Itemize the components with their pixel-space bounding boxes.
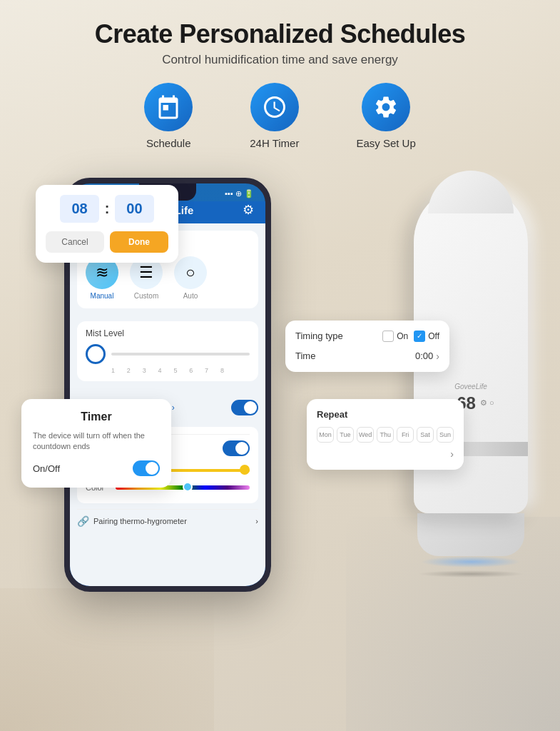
page-title: Create Personalized Schedules [0, 20, 560, 49]
humidifier-floor-shadow [417, 570, 524, 578]
mist-track [111, 353, 250, 356]
humidifier-glow [421, 556, 521, 568]
day-thu[interactable]: Thu [377, 427, 394, 443]
timer-card-description: The device will turn off when the countd… [33, 430, 160, 453]
mode-auto-btn[interactable]: ○ Auto [174, 256, 207, 300]
humidifier-device: GoveeLife ○ 68 ⚙ ○ [407, 185, 535, 585]
mode-custom-btn[interactable]: ☰ Custom [130, 256, 163, 300]
custom-label: Custom [134, 292, 158, 300]
pairing-label: Pairing thermo-hygrometer [93, 517, 187, 525]
day-wed[interactable]: Wed [357, 427, 374, 443]
timer-label: 24H Timer [250, 137, 299, 149]
time-label: Time [295, 351, 315, 361]
mist-numbers: 12345678 [86, 367, 250, 374]
off-checkbox[interactable]: ✓ [414, 331, 425, 342]
setup-icon-circle [362, 83, 410, 131]
brightness-dot [240, 465, 250, 475]
repeat-days: Mon Tue Wed Thu Fri Sat Sun [317, 427, 454, 443]
timer-card: Timer The device will turn off when the … [21, 399, 171, 488]
pairing-arrow: › [255, 517, 258, 525]
phone-signals: ▪▪▪ ⊕ 🔋 [225, 189, 254, 198]
header-section: Create Personalized Schedules Control hu… [0, 0, 560, 156]
timer-icon-circle [250, 83, 299, 131]
timer-card-title: Timer [33, 410, 160, 423]
done-button[interactable]: Done [110, 231, 168, 253]
pairing-row[interactable]: 🔗 Pairing thermo-hygrometer › [77, 509, 258, 533]
time-hour-box[interactable]: 08 [60, 195, 98, 223]
timer-toggle[interactable] [133, 460, 160, 476]
night-light-toggle[interactable] [223, 440, 250, 456]
main-content: 08 : 00 Cancel Done ▪▪▪ ⊕ 🔋 GoveeLife ⚙ [0, 163, 560, 663]
timing-card: Timing type On ✓ Off Time 0:00 › [285, 321, 449, 372]
time-picker-display: 08 : 00 [46, 195, 168, 223]
day-fri[interactable]: Fri [397, 427, 414, 443]
time-chevron: › [436, 351, 439, 362]
day-sun[interactable]: Sun [437, 427, 454, 443]
cancel-button[interactable]: Cancel [46, 231, 104, 253]
auto-icon: ○ [174, 256, 207, 289]
always-on-toggle[interactable] [231, 400, 258, 415]
time-value: 0:00 [415, 351, 433, 361]
setup-label: Easy Set Up [356, 137, 415, 149]
timing-type-label: Timing type [295, 331, 343, 341]
on-checkbox[interactable] [382, 331, 394, 342]
feature-setup: Easy Set Up [356, 83, 415, 149]
mist-dot [86, 344, 106, 364]
auto-label: Auto [183, 292, 198, 300]
timer-onoff-row: On/Off [33, 460, 160, 476]
repeat-title: Repeat [317, 409, 454, 420]
day-mon[interactable]: Mon [317, 427, 334, 443]
feature-timer: 24H Timer [250, 83, 299, 149]
always-on-arrow: › [172, 403, 175, 413]
timing-on-option[interactable]: On [382, 331, 408, 342]
time-colon: : [105, 201, 110, 217]
mode-options: ≋ Manual ☰ Custom ○ Auto [86, 256, 250, 300]
on-label: On [397, 331, 408, 341]
goveelife-brand: GoveeLife [414, 383, 528, 390]
time-minute-box[interactable]: 00 [115, 195, 153, 223]
gear-icon [373, 94, 399, 120]
time-picker-buttons: Cancel Done [46, 231, 168, 253]
mist-slider[interactable] [86, 344, 250, 364]
repeat-arrow: › [317, 448, 454, 460]
timing-toggle-group: On ✓ Off [382, 331, 439, 342]
off-label: Off [428, 331, 439, 341]
time-picker-card: 08 : 00 Cancel Done [36, 185, 178, 263]
time-value-group[interactable]: 0:00 › [415, 351, 439, 362]
features-row: Schedule 24H Timer Ea [0, 83, 560, 149]
timer-onoff-label: On/Off [33, 463, 60, 474]
pairing-icon: 🔗 [77, 515, 89, 527]
humidifier-base [417, 513, 524, 556]
schedule-label: Schedule [146, 137, 191, 149]
manual-label: Manual [91, 292, 114, 300]
timing-type-row: Timing type On ✓ Off [295, 331, 439, 342]
schedule-icon-circle [144, 83, 193, 131]
mist-section: Mist Level 12345678 [77, 321, 258, 381]
day-tue[interactable]: Tue [337, 427, 354, 443]
page-subtitle: Control humidification time and save ene… [0, 53, 560, 67]
timing-time-row: Time 0:00 › [295, 351, 439, 362]
repeat-card: Repeat Mon Tue Wed Thu Fri Sat Sun › [307, 399, 464, 470]
timing-off-option[interactable]: ✓ Off [414, 331, 439, 342]
feature-schedule: Schedule [144, 83, 193, 149]
app-gear-icon[interactable]: ⚙ [243, 202, 254, 218]
humidifier-top-cap [428, 171, 514, 213]
mode-manual-btn[interactable]: ≋ Manual [86, 256, 118, 300]
page-wrapper: Create Personalized Schedules Control hu… [0, 0, 560, 731]
mist-label: Mist Level [86, 328, 250, 338]
color-dot [183, 482, 193, 492]
day-sat[interactable]: Sat [417, 427, 434, 443]
clock-icon [262, 94, 287, 120]
calendar-icon [156, 94, 181, 120]
